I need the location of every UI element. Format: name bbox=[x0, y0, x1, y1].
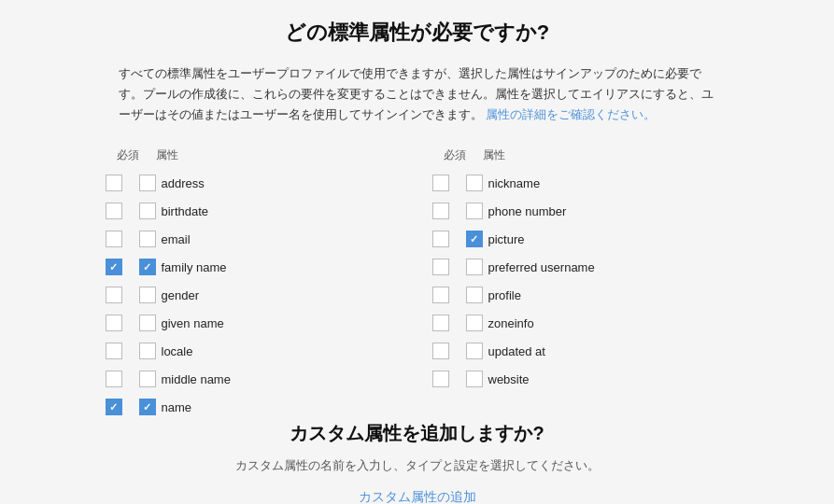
required-checkbox-family_name[interactable] bbox=[106, 259, 122, 275]
attribute-label-phone_number: phone number bbox=[488, 204, 567, 218]
include-checkbox-given_name[interactable] bbox=[139, 315, 156, 331]
custom-section-description: カスタム属性の名前を入力し、タイプと設定を選択してください。 bbox=[119, 457, 716, 474]
required-checkbox-zoneinfo[interactable] bbox=[432, 315, 449, 331]
required-checkbox-nickname[interactable] bbox=[432, 175, 449, 191]
include-checkbox-name[interactable] bbox=[139, 399, 156, 415]
attribute-row: middle name bbox=[100, 365, 408, 393]
custom-attributes-section: カスタム属性を追加しますか? カスタム属性の名前を入力し、タイプと設定を選択して… bbox=[119, 421, 716, 504]
attribute-row: family name bbox=[100, 253, 408, 281]
page-description: すべての標準属性をユーザープロファイルで使用できますが、選択した属性はサインアッ… bbox=[119, 63, 716, 125]
required-checkbox-address[interactable] bbox=[106, 175, 122, 191]
attribute-row: preferred username bbox=[427, 253, 735, 281]
attribute-row: updated at bbox=[427, 337, 735, 365]
include-checkbox-locale[interactable] bbox=[139, 343, 156, 359]
attribute-label-name: name bbox=[162, 400, 192, 414]
attribute-row: zoneinfo bbox=[427, 309, 735, 337]
add-custom-attribute-link[interactable]: カスタム属性の追加 bbox=[359, 489, 476, 504]
attribute-row: gender bbox=[100, 281, 408, 309]
attribute-row: profile bbox=[427, 281, 735, 309]
include-checkbox-website[interactable] bbox=[466, 371, 483, 387]
page-title: どの標準属性が必要ですか? bbox=[56, 19, 778, 47]
required-checkbox-gender[interactable] bbox=[106, 287, 122, 303]
attribute-label-address: address bbox=[162, 176, 205, 190]
attribute-label-zoneinfo: zoneinfo bbox=[488, 316, 534, 330]
attribute-row: phone number bbox=[427, 197, 735, 225]
required-header-left: 必須 bbox=[100, 147, 156, 163]
attribute-label-picture: picture bbox=[488, 232, 525, 246]
attribute-row: birthdate bbox=[100, 197, 408, 225]
attribute-row: nickname bbox=[427, 169, 735, 197]
required-checkbox-profile[interactable] bbox=[432, 287, 449, 303]
include-checkbox-family_name[interactable] bbox=[139, 259, 156, 275]
required-checkbox-preferred_username[interactable] bbox=[432, 259, 449, 275]
attribute-header-right: 属性 bbox=[483, 147, 505, 163]
attribute-label-given_name: given name bbox=[162, 316, 224, 330]
attribute-label-birthdate: birthdate bbox=[162, 204, 209, 218]
attribute-label-middle_name: middle name bbox=[162, 372, 231, 386]
required-checkbox-email[interactable] bbox=[106, 231, 122, 247]
attribute-detail-link[interactable]: 属性の詳細をご確認ください。 bbox=[486, 107, 656, 121]
right-attribute-rows: nicknamephone numberpicturepreferred use… bbox=[427, 169, 735, 393]
required-checkbox-locale[interactable] bbox=[106, 343, 122, 359]
left-attribute-rows: addressbirthdateemailfamily namegendergi… bbox=[100, 169, 408, 421]
attribute-row: name bbox=[100, 393, 408, 421]
attribute-label-family_name: family name bbox=[162, 260, 227, 274]
left-column-headers: 必須 属性 bbox=[100, 147, 408, 163]
required-checkbox-website[interactable] bbox=[432, 371, 449, 387]
left-attribute-column: 必須 属性 addressbirthdateemailfamily namege… bbox=[100, 147, 427, 421]
right-column-headers: 必須 属性 bbox=[427, 147, 735, 163]
attribute-row: email bbox=[100, 225, 408, 253]
required-checkbox-updated_at[interactable] bbox=[432, 343, 449, 359]
required-header-right: 必須 bbox=[427, 147, 483, 163]
right-attribute-column: 必須 属性 nicknamephone numberpicturepreferr… bbox=[427, 147, 735, 421]
attribute-row: picture bbox=[427, 225, 735, 253]
include-checkbox-address[interactable] bbox=[139, 175, 156, 191]
attribute-label-nickname: nickname bbox=[488, 176, 541, 190]
required-checkbox-birthdate[interactable] bbox=[106, 203, 122, 219]
required-checkbox-given_name[interactable] bbox=[106, 315, 122, 331]
custom-section-title: カスタム属性を追加しますか? bbox=[119, 421, 716, 446]
include-checkbox-phone_number[interactable] bbox=[466, 203, 483, 219]
required-checkbox-picture[interactable] bbox=[432, 231, 449, 247]
include-checkbox-updated_at[interactable] bbox=[466, 343, 483, 359]
include-checkbox-middle_name[interactable] bbox=[139, 371, 156, 387]
attribute-row: locale bbox=[100, 337, 408, 365]
include-checkbox-email[interactable] bbox=[139, 231, 156, 247]
include-checkbox-picture[interactable] bbox=[466, 231, 483, 247]
include-checkbox-preferred_username[interactable] bbox=[466, 259, 483, 275]
include-checkbox-zoneinfo[interactable] bbox=[466, 315, 483, 331]
attribute-label-preferred_username: preferred username bbox=[488, 260, 595, 274]
attribute-label-updated_at: updated at bbox=[488, 344, 545, 358]
attribute-label-gender: gender bbox=[162, 288, 199, 302]
required-checkbox-name[interactable] bbox=[106, 399, 122, 415]
include-checkbox-gender[interactable] bbox=[139, 287, 156, 303]
attribute-label-email: email bbox=[162, 232, 191, 246]
attribute-header-left: 属性 bbox=[156, 147, 178, 163]
include-checkbox-nickname[interactable] bbox=[466, 175, 483, 191]
attribute-row: address bbox=[100, 169, 408, 197]
attribute-label-locale: locale bbox=[162, 344, 193, 358]
attribute-label-website: website bbox=[488, 372, 530, 386]
attribute-label-profile: profile bbox=[488, 288, 521, 302]
attribute-row: website bbox=[427, 365, 735, 393]
include-checkbox-birthdate[interactable] bbox=[139, 203, 156, 219]
required-checkbox-middle_name[interactable] bbox=[106, 371, 122, 387]
attribute-row: given name bbox=[100, 309, 408, 337]
attributes-grid: 必須 属性 addressbirthdateemailfamily namege… bbox=[100, 147, 735, 421]
required-checkbox-phone_number[interactable] bbox=[432, 203, 449, 219]
include-checkbox-profile[interactable] bbox=[466, 287, 483, 303]
